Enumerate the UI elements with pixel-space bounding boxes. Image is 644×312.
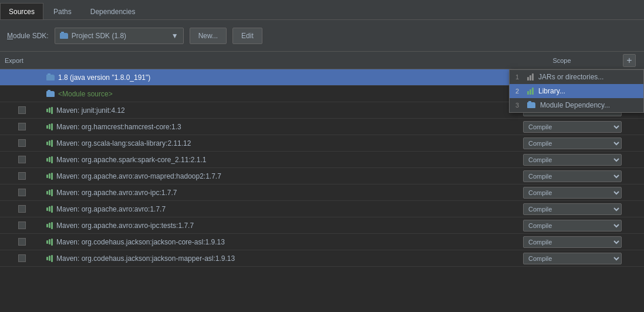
new-button[interactable]: New... bbox=[190, 28, 227, 44]
export-checkbox[interactable] bbox=[18, 172, 26, 180]
cell-scope: CompileTestRuntimeProvided bbox=[520, 187, 625, 199]
table-row[interactable]: Maven: org.scala-lang:scala-library:2.11… bbox=[0, 135, 644, 152]
maven-icon bbox=[46, 123, 53, 130]
dependency-name: Maven: org.scala-lang:scala-library:2.11… bbox=[56, 139, 191, 147]
scope-select[interactable]: CompileTestRuntimeProvided bbox=[523, 220, 622, 232]
sdk-row: Module SDK: Project SDK (1.8) ▼ New... E… bbox=[0, 20, 644, 52]
export-checkbox[interactable] bbox=[18, 156, 26, 163]
cell-name: Maven: org.apache.avro:avro-mapred:hadoo… bbox=[44, 172, 520, 180]
table-row[interactable]: Maven: org.apache.avro:avro-mapred:hadoo… bbox=[0, 168, 644, 184]
export-checkbox[interactable] bbox=[18, 123, 26, 130]
cell-export bbox=[0, 205, 44, 213]
cell-name: Maven: org.apache.avro:avro:1.7.7 bbox=[44, 205, 520, 213]
scope-select[interactable]: CompileTestRuntimeProvided bbox=[523, 203, 622, 215]
cell-scope: CompileTestRuntimeProvided bbox=[520, 253, 625, 264]
export-checkbox[interactable] bbox=[18, 238, 26, 246]
scope-select[interactable]: CompileTestRuntimeProvided bbox=[523, 236, 622, 248]
scope-select[interactable]: CompileTestRuntimeProvided bbox=[523, 137, 622, 149]
cell-name: Maven: junit:junit:4.12 bbox=[44, 106, 520, 115]
dependency-name: Maven: org.apache.avro:avro-ipc:1.7.7 bbox=[56, 189, 177, 197]
tab-bar: Sources Paths Dependencies bbox=[0, 0, 644, 20]
cell-name: <Module source> bbox=[44, 90, 520, 98]
cell-name: Maven: org.codehaus.jackson:jackson-core… bbox=[44, 238, 520, 246]
export-checkbox[interactable] bbox=[18, 222, 26, 229]
chevron-down-icon: ▼ bbox=[171, 32, 178, 40]
dependency-name: Maven: org.apache.spark:spark-core_2.11:… bbox=[56, 156, 206, 164]
module-source-icon bbox=[46, 91, 55, 97]
item-num-2: 2 bbox=[515, 88, 522, 95]
cell-name: Maven: org.scala-lang:scala-library:2.11… bbox=[44, 139, 520, 147]
table-row[interactable]: Maven: org.hamcrest:hamcrest-core:1.3Com… bbox=[0, 119, 644, 135]
cell-export bbox=[0, 172, 44, 180]
jars-label: JARs or directories... bbox=[538, 73, 603, 81]
main-area: Export Scope + 1 JARs or directories... … bbox=[0, 52, 644, 312]
library-icon bbox=[527, 88, 534, 95]
cell-scope: CompileTestRuntimeProvided bbox=[520, 220, 625, 232]
scope-select[interactable]: CompileTestRuntimeProvided bbox=[523, 253, 622, 264]
export-checkbox[interactable] bbox=[18, 139, 26, 147]
cell-export bbox=[0, 123, 44, 130]
maven-icon bbox=[46, 255, 53, 262]
cell-export bbox=[0, 222, 44, 229]
dependency-name: Maven: junit:junit:4.12 bbox=[56, 106, 125, 115]
scope-select[interactable]: CompileTestRuntimeProvided bbox=[523, 121, 622, 133]
cell-name: 1.8 (java version "1.8.0_191") bbox=[44, 73, 520, 82]
col-export-header: Export bbox=[0, 57, 44, 64]
edit-button[interactable]: Edit bbox=[232, 28, 262, 44]
maven-icon bbox=[46, 222, 53, 229]
cell-scope: CompileTestRuntimeProvided bbox=[520, 170, 625, 182]
add-dependency-button[interactable]: + bbox=[623, 54, 636, 67]
export-checkbox[interactable] bbox=[18, 189, 26, 196]
table-row[interactable]: Maven: org.codehaus.jackson:jackson-mapp… bbox=[0, 250, 644, 267]
sdk-dropdown[interactable]: Project SDK (1.8) ▼ bbox=[55, 28, 184, 44]
col-actions-header: + bbox=[615, 54, 644, 67]
sdk-folder-icon bbox=[60, 33, 68, 39]
cell-export bbox=[0, 189, 44, 196]
table-row[interactable]: Maven: org.codehaus.jackson:jackson-core… bbox=[0, 234, 644, 250]
scope-select[interactable]: CompileTestRuntimeProvided bbox=[523, 154, 622, 166]
cell-export bbox=[0, 156, 44, 163]
maven-icon bbox=[46, 173, 53, 180]
cell-export bbox=[0, 238, 44, 246]
cell-scope: CompileTestRuntimeProvided bbox=[520, 137, 625, 149]
cell-scope: CompileTestRuntimeProvided bbox=[520, 203, 625, 215]
table-row[interactable]: Maven: org.apache.avro:avro-ipc:1.7.7Com… bbox=[0, 184, 644, 201]
table-header: Export Scope + 1 JARs or directories... … bbox=[0, 52, 644, 69]
item-num-1: 1 bbox=[515, 73, 522, 80]
tab-dependencies[interactable]: Dependencies bbox=[82, 3, 144, 19]
dependency-name: Maven: org.apache.avro:avro:1.7.7 bbox=[56, 205, 166, 213]
export-checkbox[interactable] bbox=[18, 205, 26, 213]
dependency-name: Maven: org.apache.avro:avro-ipc:tests:1.… bbox=[56, 222, 194, 230]
maven-icon bbox=[46, 189, 53, 196]
module-sdk-label: Module SDK: bbox=[7, 32, 49, 40]
tab-sources[interactable]: Sources bbox=[0, 3, 43, 19]
cell-name: Maven: org.hamcrest:hamcrest-core:1.3 bbox=[44, 123, 520, 131]
dropdown-item-library[interactable]: 2 Library... bbox=[510, 84, 643, 98]
export-checkbox[interactable] bbox=[18, 254, 26, 262]
tab-paths[interactable]: Paths bbox=[45, 3, 80, 19]
col-scope-header: Scope bbox=[509, 57, 615, 64]
table-row[interactable]: Maven: org.apache.spark:spark-core_2.11:… bbox=[0, 152, 644, 168]
dependency-name: Maven: org.apache.avro:avro-mapred:hadoo… bbox=[56, 172, 221, 180]
cell-export bbox=[0, 254, 44, 262]
dependency-name: Maven: org.hamcrest:hamcrest-core:1.3 bbox=[56, 123, 181, 131]
cell-name: Maven: org.apache.avro:avro-ipc:tests:1.… bbox=[44, 222, 520, 230]
table-row[interactable]: Maven: org.apache.avro:avro-ipc:tests:1.… bbox=[0, 217, 644, 234]
export-checkbox[interactable] bbox=[18, 106, 26, 114]
cell-scope: CompileTestRuntimeProvided bbox=[520, 154, 625, 166]
add-dependency-dropdown: 1 JARs or directories... 2 Library... bbox=[509, 69, 644, 113]
scope-select[interactable]: CompileTestRuntimeProvided bbox=[523, 187, 622, 199]
dependency-name: Maven: org.codehaus.jackson:jackson-mapp… bbox=[56, 254, 235, 263]
cell-scope: CompileTestRuntimeProvided bbox=[520, 121, 625, 133]
dropdown-item-jars[interactable]: 1 JARs or directories... bbox=[510, 70, 643, 84]
table-row[interactable]: Maven: org.apache.avro:avro:1.7.7Compile… bbox=[0, 201, 644, 217]
jars-icon bbox=[527, 73, 534, 80]
module-label: Module Dependency... bbox=[540, 101, 610, 109]
module-icon bbox=[527, 102, 535, 108]
dropdown-item-module[interactable]: 3 Module Dependency... bbox=[510, 98, 643, 112]
scope-select[interactable]: CompileTestRuntimeProvided bbox=[523, 170, 622, 182]
maven-icon bbox=[46, 107, 53, 114]
cell-export bbox=[0, 106, 44, 114]
module-source-name: <Module source> bbox=[58, 90, 113, 98]
maven-icon bbox=[46, 140, 53, 147]
